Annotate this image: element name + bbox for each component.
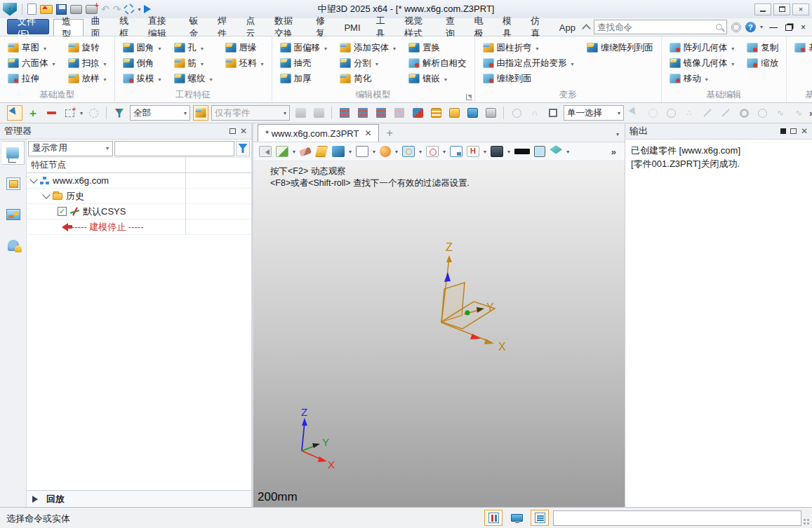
ribbon-item-inlay[interactable]: 镶嵌 [407,71,468,86]
tab-shape[interactable]: 造型 [53,19,83,36]
dropdown-arrow-icon[interactable] [102,58,107,68]
ribbon-item-replace[interactable]: 置换 [407,40,468,55]
dropdown-arrow-icon[interactable] [392,43,396,53]
mdi-minimize-button[interactable]: — [767,22,780,32]
tab-surface[interactable]: 曲面 [84,19,112,36]
default-csys-graphic[interactable]: Z Y X [420,240,533,359]
part-filter-toggle-icon[interactable] [193,105,208,121]
eraser-icon[interactable] [299,147,312,156]
dropdown-arrow-icon[interactable]: ▾ [419,149,422,155]
wireframe-view-icon[interactable] [356,146,368,157]
command-search-input[interactable] [594,22,716,32]
open-file-icon[interactable] [40,5,53,14]
ribbon-item-datum-plane[interactable]: 基准面 [793,40,812,55]
pick-gear-icon[interactable] [645,105,660,121]
zoom-window-icon[interactable] [402,146,415,157]
dropdown-arrow-icon[interactable]: ▾ [484,149,486,155]
panel-restore-icon[interactable] [229,128,236,134]
ribbon-item-box[interactable]: 六面体 [6,55,57,71]
dropdown-arrow-icon[interactable] [730,43,734,53]
tab-direct-edit[interactable]: 直接编辑 [140,19,182,36]
sketch-plane-icon[interactable] [276,146,288,157]
datum-plane-icon[interactable] [315,146,328,157]
new-file-icon[interactable] [27,4,36,15]
filter-part-select[interactable]: 仅有零件▾ [211,105,290,121]
dropdown-arrow-icon[interactable]: ▾ [373,149,375,155]
tree-row-part[interactable]: www.x6g.com [27,173,251,189]
add-select-icon[interactable]: + [25,105,41,121]
render-mode-icon[interactable] [380,146,391,157]
line-tool-icon[interactable] [700,105,715,121]
role-manager-icon[interactable] [2,233,25,257]
exit-view-icon[interactable] [259,146,272,157]
command-log-icon[interactable] [531,510,549,526]
dropdown-arrow-icon[interactable] [443,74,447,83]
column-separator[interactable] [185,158,186,172]
ribbon-item-wrap-to-face[interactable]: 缠绕到面 [481,71,575,86]
tab-mold[interactable]: 模具 [495,19,523,36]
tab-wireframe[interactable]: 线框 [112,19,140,36]
ribbon-item-extrude[interactable]: 拉伸 [6,71,57,86]
redo-icon[interactable]: ↷ [113,4,121,14]
selection-mode-select[interactable]: 单一选择▾ [564,105,624,121]
ribbon-item-shell[interactable]: 抽壳 [279,55,329,71]
dropdown-arrow-icon[interactable] [570,58,574,68]
circle-point-icon[interactable] [736,105,752,121]
curve-pick-icon[interactable]: ∩ [527,105,543,121]
ribbon-item-chamfer[interactable]: 倒角 [121,55,163,71]
tab-app[interactable]: App [552,19,583,36]
color-swatch-icon[interactable] [545,105,561,121]
pick-tool-icon[interactable] [7,105,22,121]
regen-icon[interactable] [123,2,137,16]
background-color-icon[interactable] [534,146,545,157]
visual-manager-icon[interactable] [2,172,25,196]
compass-icon[interactable] [509,105,524,121]
mdi-restore-button[interactable] [785,25,792,31]
dropdown-arrow-icon[interactable]: ▾ [395,149,398,155]
tab-pmi[interactable]: PMI [336,19,368,36]
ribbon-item-scale[interactable]: 缩放 [745,55,780,71]
tab-simulation[interactable]: 仿真 [523,19,551,36]
pick-session-icon[interactable] [483,105,498,121]
tree-header[interactable]: 特征节点 [27,158,251,173]
chevron-down-icon[interactable] [29,175,37,183]
status-input-field[interactable] [553,510,801,526]
ribbon-item-cylindrical-bend[interactable]: 圆柱折弯 [481,40,575,55]
image-manager-icon[interactable] [2,203,25,226]
dropdown-arrow-icon[interactable]: ▾ [80,110,83,116]
close-button[interactable]: × [792,4,809,15]
pick-list-icon[interactable] [428,105,444,121]
ribbon-item-hole[interactable]: 孔 [173,40,214,55]
sort-backward-icon[interactable] [355,105,371,121]
panel-restore-icon[interactable] [790,128,797,134]
filter-funnel-button[interactable] [236,141,250,156]
ribbon-item-face-offset[interactable]: 面偏移 [279,40,329,55]
help-dropdown-icon[interactable]: ▾ [760,24,763,30]
sort-all-icon[interactable] [373,105,389,121]
ribbon-item-deform-from-point[interactable]: 由指定点开始变形 [481,55,575,71]
dropdown-arrow-icon[interactable] [730,58,734,68]
undo-icon[interactable]: ↶ [101,4,109,14]
ribbon-item-thread[interactable]: 螺纹 [173,71,214,86]
ribbon-item-mirror-geometry[interactable]: 镜像几何体 [668,55,736,71]
single-pick-arrow-icon[interactable] [627,105,642,121]
ribbon-item-move[interactable]: 移动 [668,71,736,86]
dialog-launcher-icon[interactable] [466,94,472,100]
checkbox-checked[interactable]: ✓ [58,207,67,216]
resize-grip[interactable] [803,518,810,525]
dropdown-arrow-icon[interactable] [260,58,264,68]
file-menu-button[interactable]: 文件(F) [7,19,49,34]
model-canvas[interactable]: 按下<F2> 动态观察 <F8>或者<Shift-roll> 查找下一个有效的过… [253,161,625,507]
pick-play-icon[interactable] [663,105,679,121]
dropdown-arrow-icon[interactable] [323,43,327,53]
overflow-more-icon[interactable]: » [809,108,812,119]
tree-row-modeling-stop[interactable]: ----- 建模停止 ----- [27,219,251,235]
ribbon-item-simplify[interactable]: 简化 [338,71,397,86]
box-select-icon[interactable] [62,105,77,121]
help-icon[interactable]: ? [745,22,756,32]
tab-inquire[interactable]: 查询 [438,19,466,36]
dropdown-arrow-icon[interactable] [208,74,213,83]
shaded-view-icon[interactable] [332,146,345,157]
entity-filter-icon[interactable] [112,105,127,121]
ribbon-item-draft[interactable]: 拔模 [121,71,163,86]
